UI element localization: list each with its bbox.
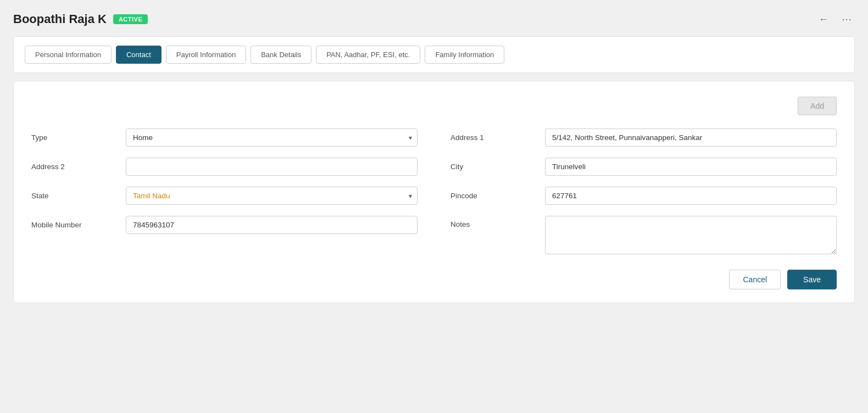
address1-input[interactable] [545, 129, 837, 147]
pincode-input[interactable] [545, 187, 837, 205]
tab-personal-information[interactable]: Personal Information [25, 46, 112, 64]
address1-label: Address 1 [450, 133, 538, 142]
mobile-input[interactable] [126, 216, 418, 234]
address1-row: Address 1 [450, 129, 837, 147]
city-input[interactable] [545, 158, 837, 176]
more-button[interactable]: ⋯ [838, 11, 855, 27]
state-label: State [31, 192, 119, 200]
tabs-card: Personal Information Contact Payroll Inf… [13, 36, 855, 73]
form-card-header: Add [31, 97, 837, 115]
tabs-row: Personal Information Contact Payroll Inf… [25, 46, 843, 64]
address2-label: Address 2 [31, 163, 119, 171]
pincode-row: Pincode [450, 187, 837, 205]
form-card: Add Type Home Office Other ▾ [13, 81, 855, 303]
state-select-wrapper: Tamil Nadu Kerala Karnataka Andhra Prade… [126, 187, 418, 205]
back-button[interactable]: ← [815, 12, 832, 27]
header-left: Boopathi Raja K ACTIVE [13, 12, 148, 26]
state-row: State Tamil Nadu Kerala Karnataka Andhra… [31, 187, 418, 205]
cancel-button[interactable]: Cancel [729, 270, 781, 289]
header-right: ← ⋯ [815, 11, 855, 27]
city-label: City [450, 163, 538, 171]
add-button[interactable]: Add [798, 97, 837, 115]
address2-row: Address 2 [31, 158, 418, 176]
left-column: Type Home Office Other ▾ Address 2 [31, 129, 418, 254]
type-label: Type [31, 133, 119, 142]
save-button[interactable]: Save [787, 270, 837, 289]
mobile-row: Mobile Number [31, 216, 418, 234]
form-grid: Type Home Office Other ▾ Address 2 [31, 129, 837, 254]
notes-row: Notes [450, 216, 837, 254]
mobile-label: Mobile Number [31, 221, 119, 229]
city-row: City [450, 158, 837, 176]
pincode-label: Pincode [450, 192, 538, 200]
state-select[interactable]: Tamil Nadu Kerala Karnataka Andhra Prade… [126, 187, 418, 205]
active-badge: ACTIVE [113, 14, 148, 24]
form-footer: Cancel Save [31, 270, 837, 289]
type-select[interactable]: Home Office Other [126, 129, 418, 147]
tab-payroll-information[interactable]: Payroll Information [166, 46, 246, 64]
tab-bank-details[interactable]: Bank Details [251, 46, 311, 64]
tab-pan-aadhar[interactable]: PAN, Aadhar, PF, ESI, etc. [316, 46, 420, 64]
tab-family-information[interactable]: Family Information [425, 46, 504, 64]
page-title: Boopathi Raja K [13, 12, 107, 26]
type-row: Type Home Office Other ▾ [31, 129, 418, 147]
notes-label: Notes [450, 216, 538, 228]
tab-contact[interactable]: Contact [116, 46, 162, 64]
notes-textarea[interactable] [545, 216, 837, 254]
page-header: Boopathi Raja K ACTIVE ← ⋯ [13, 11, 855, 27]
right-column: Address 1 City Pincode Notes [450, 129, 837, 254]
address2-input[interactable] [126, 158, 418, 176]
type-select-wrapper: Home Office Other ▾ [126, 129, 418, 147]
